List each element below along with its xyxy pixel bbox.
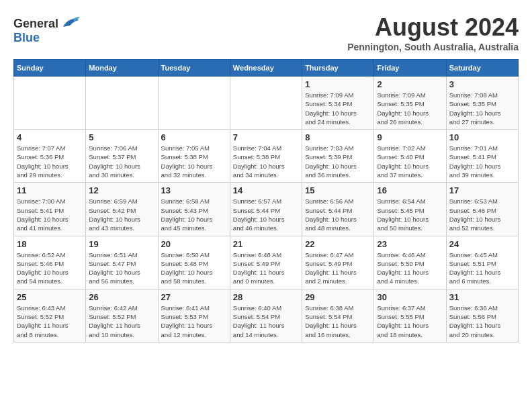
- calendar-cell: 18Sunrise: 6:52 AMSunset: 5:46 PMDayligh…: [14, 236, 86, 289]
- calendar-cell: 7Sunrise: 7:04 AMSunset: 5:38 PMDaylight…: [230, 130, 302, 183]
- cell-day-number: 3: [449, 79, 515, 89]
- cell-day-number: 13: [161, 185, 227, 195]
- cell-day-number: 5: [89, 132, 154, 142]
- calendar-week-row: 4Sunrise: 7:07 AMSunset: 5:36 PMDaylight…: [14, 130, 519, 183]
- calendar-week-row: 1Sunrise: 7:09 AMSunset: 5:34 PMDaylight…: [14, 77, 519, 130]
- cell-day-number: 15: [305, 185, 371, 195]
- cell-info: Sunrise: 6:52 AMSunset: 5:46 PMDaylight:…: [17, 250, 83, 286]
- cell-day-number: 14: [233, 185, 299, 195]
- calendar-cell: 28Sunrise: 6:40 AMSunset: 5:54 PMDayligh…: [230, 289, 302, 342]
- cell-day-number: 23: [377, 239, 443, 249]
- cell-info: Sunrise: 7:08 AMSunset: 5:35 PMDaylight:…: [449, 91, 515, 126]
- day-header-sunday: Sunday: [14, 60, 86, 77]
- calendar-cell: 23Sunrise: 6:46 AMSunset: 5:50 PMDayligh…: [374, 236, 446, 289]
- calendar-cell: 19Sunrise: 6:51 AMSunset: 5:47 PMDayligh…: [86, 236, 158, 289]
- calendar-cell: 15Sunrise: 6:56 AMSunset: 5:44 PMDayligh…: [302, 183, 374, 236]
- cell-day-number: 31: [449, 292, 515, 302]
- cell-day-number: 20: [161, 239, 227, 249]
- cell-info: Sunrise: 6:57 AMSunset: 5:44 PMDaylight:…: [233, 197, 299, 232]
- calendar-cell: [158, 77, 230, 130]
- cell-info: Sunrise: 6:40 AMSunset: 5:54 PMDaylight:…: [233, 304, 299, 339]
- calendar-cell: [230, 77, 302, 130]
- cell-info: Sunrise: 6:59 AMSunset: 5:42 PMDaylight:…: [89, 197, 154, 232]
- cell-day-number: 21: [233, 239, 299, 249]
- cell-info: Sunrise: 6:43 AMSunset: 5:52 PMDaylight:…: [17, 304, 83, 339]
- calendar-cell: 25Sunrise: 6:43 AMSunset: 5:52 PMDayligh…: [14, 289, 86, 342]
- calendar-cell: 10Sunrise: 7:01 AMSunset: 5:41 PMDayligh…: [446, 130, 518, 183]
- page-header: General Blue August 2024 Pennington, Sou…: [13, 13, 519, 52]
- calendar-cell: 16Sunrise: 6:54 AMSunset: 5:45 PMDayligh…: [374, 183, 446, 236]
- day-header-monday: Monday: [86, 60, 158, 77]
- cell-day-number: 27: [161, 292, 227, 302]
- cell-info: Sunrise: 6:47 AMSunset: 5:49 PMDaylight:…: [305, 250, 371, 286]
- cell-day-number: 16: [377, 185, 443, 195]
- calendar-cell: 11Sunrise: 7:00 AMSunset: 5:41 PMDayligh…: [14, 183, 86, 236]
- cell-info: Sunrise: 6:41 AMSunset: 5:53 PMDaylight:…: [161, 304, 227, 339]
- cell-info: Sunrise: 6:38 AMSunset: 5:54 PMDaylight:…: [305, 304, 371, 339]
- cell-day-number: 17: [449, 185, 515, 195]
- calendar-cell: 12Sunrise: 6:59 AMSunset: 5:42 PMDayligh…: [86, 183, 158, 236]
- cell-day-number: 25: [17, 292, 83, 302]
- cell-info: Sunrise: 7:09 AMSunset: 5:34 PMDaylight:…: [305, 91, 371, 126]
- calendar-cell: 4Sunrise: 7:07 AMSunset: 5:36 PMDaylight…: [14, 130, 86, 183]
- logo-blue-text: Blue: [13, 31, 40, 45]
- cell-day-number: 11: [17, 185, 83, 195]
- cell-info: Sunrise: 7:06 AMSunset: 5:37 PMDaylight:…: [89, 144, 154, 179]
- cell-day-number: 30: [377, 292, 443, 302]
- cell-day-number: 9: [377, 132, 443, 142]
- day-header-tuesday: Tuesday: [158, 60, 230, 77]
- calendar-cell: 3Sunrise: 7:08 AMSunset: 5:35 PMDaylight…: [446, 77, 518, 130]
- calendar-week-row: 18Sunrise: 6:52 AMSunset: 5:46 PMDayligh…: [14, 236, 519, 289]
- cell-info: Sunrise: 7:07 AMSunset: 5:36 PMDaylight:…: [17, 144, 83, 179]
- cell-info: Sunrise: 6:54 AMSunset: 5:45 PMDaylight:…: [377, 197, 443, 232]
- calendar-cell: 20Sunrise: 6:50 AMSunset: 5:48 PMDayligh…: [158, 236, 230, 289]
- cell-day-number: 19: [89, 239, 154, 249]
- cell-info: Sunrise: 6:50 AMSunset: 5:48 PMDaylight:…: [161, 250, 227, 286]
- cell-info: Sunrise: 6:36 AMSunset: 5:56 PMDaylight:…: [449, 304, 515, 339]
- calendar-header-row: SundayMondayTuesdayWednesdayThursdayFrid…: [14, 60, 519, 77]
- location-title: Pennington, South Australia, Australia: [347, 42, 519, 52]
- calendar-cell: 17Sunrise: 6:53 AMSunset: 5:46 PMDayligh…: [446, 183, 518, 236]
- calendar-cell: 13Sunrise: 6:58 AMSunset: 5:43 PMDayligh…: [158, 183, 230, 236]
- logo-general-text: General: [13, 17, 58, 31]
- cell-day-number: 28: [233, 292, 299, 302]
- calendar-cell: 6Sunrise: 7:05 AMSunset: 5:38 PMDaylight…: [158, 130, 230, 183]
- day-header-wednesday: Wednesday: [230, 60, 302, 77]
- cell-info: Sunrise: 7:00 AMSunset: 5:41 PMDaylight:…: [17, 197, 83, 232]
- calendar-cell: 29Sunrise: 6:38 AMSunset: 5:54 PMDayligh…: [302, 289, 374, 342]
- calendar-cell: 21Sunrise: 6:48 AMSunset: 5:49 PMDayligh…: [230, 236, 302, 289]
- cell-info: Sunrise: 6:51 AMSunset: 5:47 PMDaylight:…: [89, 250, 154, 286]
- calendar-cell: [14, 77, 86, 130]
- cell-info: Sunrise: 6:53 AMSunset: 5:46 PMDaylight:…: [449, 197, 515, 232]
- cell-info: Sunrise: 7:09 AMSunset: 5:35 PMDaylight:…: [377, 91, 443, 126]
- cell-info: Sunrise: 6:56 AMSunset: 5:44 PMDaylight:…: [305, 197, 371, 232]
- cell-day-number: 6: [161, 132, 227, 142]
- calendar-cell: 31Sunrise: 6:36 AMSunset: 5:56 PMDayligh…: [446, 289, 518, 342]
- calendar-cell: [86, 77, 158, 130]
- cell-day-number: 8: [305, 132, 371, 142]
- calendar-cell: 2Sunrise: 7:09 AMSunset: 5:35 PMDaylight…: [374, 77, 446, 130]
- calendar-cell: 30Sunrise: 6:37 AMSunset: 5:55 PMDayligh…: [374, 289, 446, 342]
- calendar-week-row: 25Sunrise: 6:43 AMSunset: 5:52 PMDayligh…: [14, 289, 519, 342]
- day-header-friday: Friday: [374, 60, 446, 77]
- cell-day-number: 29: [305, 292, 371, 302]
- calendar-table: SundayMondayTuesdayWednesdayThursdayFrid…: [13, 59, 519, 342]
- cell-day-number: 4: [17, 132, 83, 142]
- cell-info: Sunrise: 6:42 AMSunset: 5:52 PMDaylight:…: [89, 304, 154, 339]
- cell-info: Sunrise: 7:05 AMSunset: 5:38 PMDaylight:…: [161, 144, 227, 179]
- calendar-cell: 5Sunrise: 7:06 AMSunset: 5:37 PMDaylight…: [86, 130, 158, 183]
- cell-day-number: 10: [449, 132, 515, 142]
- day-header-thursday: Thursday: [302, 60, 374, 77]
- calendar-cell: 22Sunrise: 6:47 AMSunset: 5:49 PMDayligh…: [302, 236, 374, 289]
- cell-info: Sunrise: 7:04 AMSunset: 5:38 PMDaylight:…: [233, 144, 299, 179]
- cell-info: Sunrise: 7:01 AMSunset: 5:41 PMDaylight:…: [449, 144, 515, 179]
- calendar-cell: 24Sunrise: 6:45 AMSunset: 5:51 PMDayligh…: [446, 236, 518, 289]
- calendar-cell: 9Sunrise: 7:02 AMSunset: 5:40 PMDaylight…: [374, 130, 446, 183]
- calendar-cell: 26Sunrise: 6:42 AMSunset: 5:52 PMDayligh…: [86, 289, 158, 342]
- cell-day-number: 2: [377, 79, 443, 89]
- cell-info: Sunrise: 6:58 AMSunset: 5:43 PMDaylight:…: [161, 197, 227, 232]
- cell-day-number: 26: [89, 292, 154, 302]
- cell-day-number: 7: [233, 132, 299, 142]
- cell-day-number: 12: [89, 185, 154, 195]
- title-block: August 2024 Pennington, South Australia,…: [347, 13, 519, 52]
